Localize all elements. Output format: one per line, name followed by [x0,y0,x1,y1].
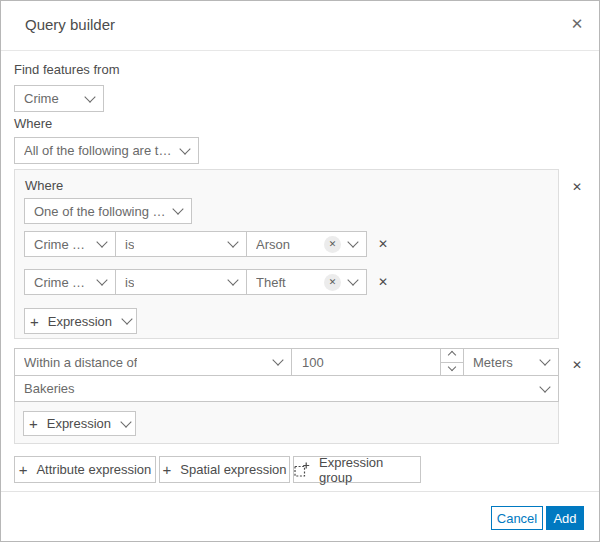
chevron-down-icon [179,143,190,154]
add-spatial-expression-button[interactable]: + Spatial expression [159,456,290,483]
chevron-down-icon [96,236,107,247]
unit-select-value: Meters [473,355,513,370]
delete-group-1-icon[interactable]: ✕ [569,179,585,195]
target-layer-select[interactable]: Bakeries [14,375,559,402]
chevron-down-icon [347,274,358,285]
remove-value-icon[interactable]: ✕ [324,236,341,253]
row2-operator-value: is [125,275,134,290]
dialog-footer: Cancel Add [1,491,599,542]
spatial-mode-select[interactable]: Within a distance of [14,348,292,376]
layer-select[interactable]: Crime [14,85,104,112]
row1-field-select[interactable]: Crime Type [24,231,116,257]
chevron-down-icon [272,354,283,365]
cancel-button[interactable]: Cancel [491,506,543,530]
group1-add-expression-label: Expression [48,314,112,329]
spatial-mode-value: Within a distance of [24,355,137,370]
attribute-expression-label: Attribute expression [36,462,151,477]
chevron-down-icon [539,354,550,365]
target-layer-value: Bakeries [24,381,75,396]
chevron-down-icon [96,274,107,285]
row1-value-chip-label: Arson [256,237,290,252]
plus-icon: + [163,462,172,477]
plus-icon: + [30,314,39,329]
chevron-down-icon [539,381,550,392]
remove-value-icon[interactable]: ✕ [324,274,341,291]
expression-group-label: Expression group [319,455,420,485]
spatial-expression-label: Spatial expression [180,462,286,477]
row2-value-chip-label: Theft [256,275,286,290]
add-expression-group-button[interactable]: Expression group [293,456,421,483]
find-features-label: Find features from [14,62,120,77]
distance-input[interactable] [292,349,440,375]
layer-select-value: Crime [24,91,59,106]
chevron-down-icon [84,91,95,102]
row2-field-value: Crime Type [34,275,90,290]
row1-value-combobox[interactable]: Arson ✕ [246,231,367,257]
distance-stepper [440,349,463,375]
group1-combine-select-value: One of the following are tr... [34,204,166,219]
where-label: Where [14,116,52,131]
group1-combine-select[interactable]: One of the following are tr... [24,198,192,224]
chevron-down-icon [121,313,132,324]
delete-group-2-icon[interactable]: ✕ [569,357,585,373]
group2-add-expression-label: Expression [47,416,111,431]
chevron-down-icon [120,416,131,427]
stepper-down-icon[interactable] [441,363,463,376]
group2-add-expression-button[interactable]: + Expression [23,411,136,436]
row2-field-select[interactable]: Crime Type [24,269,116,295]
plus-icon: + [29,416,38,431]
row2-operator-select[interactable]: is [115,269,247,295]
close-icon[interactable]: ✕ [567,13,587,33]
chevron-down-icon [347,236,358,247]
dialog-title: Query builder [25,16,115,33]
group1-add-expression-button[interactable]: + Expression [24,308,137,334]
row1-operator-value: is [125,237,134,252]
add-attribute-expression-button[interactable]: + Attribute expression [14,456,156,483]
chevron-down-icon [227,274,238,285]
unit-select[interactable]: Meters [463,348,559,376]
combine-select[interactable]: All of the following are true [14,137,199,164]
expression-group-icon [294,462,310,478]
delete-row-1-icon[interactable]: ✕ [375,236,391,252]
row1-field-value: Crime Type [34,237,90,252]
row1-operator-select[interactable]: is [115,231,247,257]
distance-input-group [291,348,464,376]
combine-select-value: All of the following are true [24,143,173,158]
dialog-header: Query builder ✕ [1,1,599,51]
group1-where-label: Where [25,178,63,193]
chevron-down-icon [172,203,183,214]
stepper-up-icon[interactable] [441,349,463,363]
delete-row-2-icon[interactable]: ✕ [375,274,391,290]
plus-icon: + [19,462,28,477]
add-button[interactable]: Add [546,506,584,530]
query-builder-dialog: Query builder ✕ Find features from Crime… [0,0,600,542]
row2-value-combobox[interactable]: Theft ✕ [246,269,367,295]
chevron-down-icon [227,236,238,247]
